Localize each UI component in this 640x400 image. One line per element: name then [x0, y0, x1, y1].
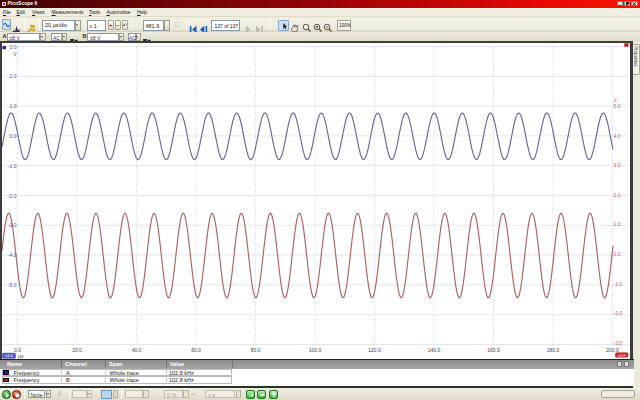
svg-text:4.0: 4.0: [614, 132, 621, 138]
svg-text:40.0: 40.0: [132, 347, 142, 353]
svg-text:120.0: 120.0: [368, 347, 381, 353]
svg-text:20.0: 20.0: [72, 347, 82, 353]
svg-text:x1.0: x1.0: [618, 353, 625, 357]
svg-text:-2.0: -2.0: [8, 192, 17, 198]
svg-text:60.0: 60.0: [191, 347, 201, 353]
svg-text:2.0: 2.0: [10, 73, 17, 79]
svg-text:-5.0: -5.0: [8, 281, 17, 287]
svg-text:-1.0: -1.0: [614, 280, 623, 286]
svg-text:1.0: 1.0: [614, 221, 621, 227]
svg-text:0.0: 0.0: [10, 132, 17, 138]
svg-text:3.0: 3.0: [614, 162, 621, 168]
svg-text:100.0: 100.0: [309, 347, 322, 353]
svg-text:-4.0: -4.0: [8, 252, 17, 258]
svg-text:-2.0: -2.0: [614, 310, 623, 316]
svg-text:2.0: 2.0: [614, 191, 621, 197]
svg-text:3.0: 3.0: [10, 43, 17, 49]
svg-text:1.0: 1.0: [10, 103, 17, 109]
svg-text:5.0: 5.0: [614, 103, 621, 109]
svg-text:200.0: 200.0: [606, 347, 619, 353]
svg-text:180.0: 180.0: [547, 347, 560, 353]
svg-text:-1.0: -1.0: [8, 162, 17, 168]
svg-text:-3.0: -3.0: [614, 339, 623, 345]
svg-text:80.0: 80.0: [251, 347, 261, 353]
svg-text:µs: µs: [18, 353, 24, 359]
svg-text:160.0: 160.0: [487, 347, 500, 353]
svg-text:0.0: 0.0: [614, 251, 621, 257]
svg-text:140.0: 140.0: [428, 347, 441, 353]
svg-text:x1.0: x1.0: [5, 353, 13, 358]
svg-text:-3.0: -3.0: [8, 222, 17, 228]
